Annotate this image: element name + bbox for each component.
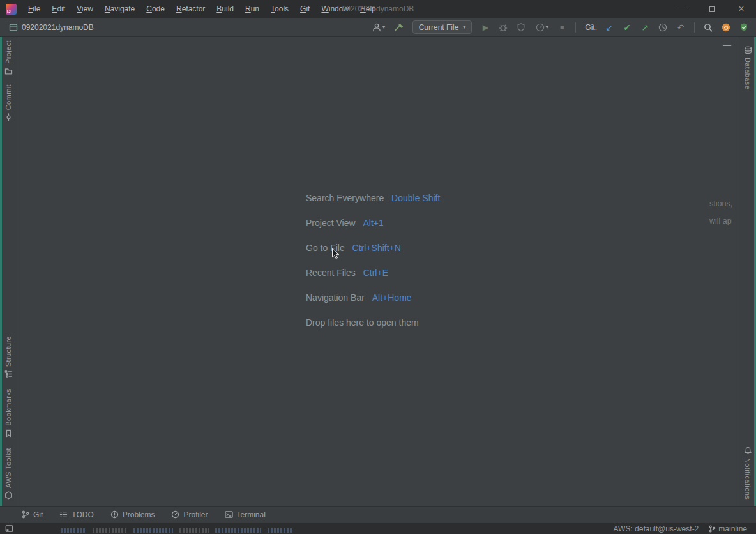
shortcut-keys-link[interactable]: Double Shift xyxy=(391,193,440,203)
tool-button-terminal[interactable]: Terminal xyxy=(225,510,266,519)
menu-git[interactable]: Git xyxy=(295,2,315,16)
update-orange-icon xyxy=(721,22,731,33)
hammer-icon xyxy=(394,22,404,33)
shortcut-keys-link[interactable]: Alt+Home xyxy=(372,293,412,303)
clock-icon xyxy=(658,22,668,33)
git-branch-icon xyxy=(22,510,29,519)
tool-button-commit[interactable]: Commit xyxy=(4,84,13,121)
right-tool-stripe: Database Notifications xyxy=(739,37,756,506)
trusted-project-button[interactable] xyxy=(737,20,751,34)
bell-icon xyxy=(744,446,752,455)
bookmark-icon xyxy=(4,429,13,438)
tool-button-label: Database xyxy=(744,57,752,89)
tool-button-profiler[interactable]: Profiler xyxy=(171,510,208,519)
menu-refactor[interactable]: Refactor xyxy=(171,2,210,16)
tool-button-todo[interactable]: TODO xyxy=(59,510,93,519)
tool-button-git[interactable]: Git xyxy=(22,510,43,519)
run-configuration-dropdown[interactable]: Current File ▾ xyxy=(412,20,472,34)
tool-button-label: Project xyxy=(4,40,12,64)
git-branch-widget[interactable]: mainline xyxy=(709,524,747,533)
close-button[interactable]: × xyxy=(727,0,756,18)
git-branch-label: mainline xyxy=(718,524,747,533)
menu-file[interactable]: File xyxy=(23,2,45,16)
menu-view[interactable]: View xyxy=(72,2,98,16)
shortcut-row: Search Everywhere Double Shift xyxy=(306,192,440,205)
shortcut-keys-link[interactable]: Ctrl+E xyxy=(363,268,388,278)
play-icon: ▶ xyxy=(483,24,488,31)
tool-button-aws-toolkit[interactable]: AWS Toolkit xyxy=(4,448,13,500)
shortcut-action: Project View xyxy=(306,218,356,228)
project-window-icon xyxy=(9,23,18,32)
shortcut-row: Go to File Ctrl+Shift+N xyxy=(306,241,440,255)
tool-button-label: Bookmarks xyxy=(4,388,12,426)
git-update-button[interactable]: ↙ xyxy=(602,20,616,34)
unreadable-text-artifact xyxy=(179,528,209,533)
search-icon xyxy=(703,22,713,33)
menu-build[interactable]: Build xyxy=(211,2,239,16)
menu-code[interactable]: Code xyxy=(141,2,170,16)
stop-button[interactable]: ■ xyxy=(555,20,569,34)
maximize-button[interactable] xyxy=(697,0,727,18)
shortcut-action: Navigation Bar xyxy=(306,293,365,303)
git-history-button[interactable] xyxy=(656,20,670,34)
tool-button-problems[interactable]: Problems xyxy=(110,510,155,519)
tool-button-label: Commit xyxy=(4,84,12,110)
main-area: Project Commit Structure Bookmarks AWS T… xyxy=(0,37,756,506)
tool-button-project[interactable]: Project xyxy=(4,40,13,75)
run-button[interactable]: ▶ xyxy=(478,20,492,34)
coverage-shield-icon xyxy=(516,22,526,33)
menu-edit[interactable]: Edit xyxy=(47,2,70,16)
tool-button-notifications[interactable]: Notifications xyxy=(744,446,752,500)
unreadable-text-artifact xyxy=(61,528,86,533)
user-account-button[interactable]: ▾ xyxy=(369,20,388,34)
build-button[interactable] xyxy=(392,20,406,34)
toolbar-separator xyxy=(694,22,695,33)
shortcut-keys-link[interactable]: Ctrl+Shift+N xyxy=(352,243,401,253)
chevron-down-icon: ▾ xyxy=(546,24,548,30)
git-widget-label: Git: xyxy=(585,23,597,32)
minimize-button[interactable]: — xyxy=(668,0,697,18)
profiler-gauge-icon xyxy=(171,510,179,519)
push-arrow-icon: ↗ xyxy=(641,23,649,32)
notification-fragment-line: stions, xyxy=(709,195,739,213)
unreadable-text-artifact xyxy=(215,528,261,533)
todo-list-icon xyxy=(59,510,68,519)
commit-check-icon: ✓ xyxy=(623,23,631,32)
menu-navigate[interactable]: Navigate xyxy=(100,2,140,16)
database-icon xyxy=(744,46,752,54)
problems-icon xyxy=(110,510,119,519)
tool-button-database[interactable]: Database xyxy=(744,46,752,89)
tool-button-structure[interactable]: Structure xyxy=(4,336,13,378)
git-commit-button[interactable]: ✓ xyxy=(620,20,634,34)
aws-connection-widget[interactable]: AWS: default@us-west-2 xyxy=(614,524,699,533)
tool-button-label: Notifications xyxy=(744,458,752,500)
shortcut-keys-link[interactable]: Alt+1 xyxy=(363,218,383,228)
shortcut-row: Recent Files Ctrl+E xyxy=(306,266,440,280)
tool-button-label: Structure xyxy=(4,336,12,367)
debug-button[interactable] xyxy=(496,20,510,34)
git-rollback-button[interactable]: ↶ xyxy=(674,20,688,34)
menu-tools[interactable]: Tools xyxy=(266,2,294,16)
undo-arrow-icon: ↶ xyxy=(677,23,684,32)
menu-bar: File Edit View Navigate Code Refactor Bu… xyxy=(23,2,381,16)
bug-icon xyxy=(498,22,508,33)
intellij-logo-icon: IJ xyxy=(6,4,17,15)
hide-panel-button[interactable]: — xyxy=(723,40,731,50)
menu-run[interactable]: Run xyxy=(240,2,264,16)
tool-button-bookmarks[interactable]: Bookmarks xyxy=(4,388,13,438)
tool-windows-toggle-icon[interactable] xyxy=(5,524,13,533)
empty-editor-shortcuts: Search Everywhere Double Shift Project V… xyxy=(306,192,440,341)
profiler-button[interactable]: ▾ xyxy=(532,20,551,34)
user-icon xyxy=(372,22,382,33)
pull-arrow-icon: ↙ xyxy=(605,23,613,32)
title-bar: IJ File Edit View Navigate Code Refactor… xyxy=(0,0,756,18)
run-with-coverage-button[interactable] xyxy=(514,20,528,34)
profiler-gauge-icon xyxy=(535,22,545,33)
unreadable-text-artifact xyxy=(268,528,292,533)
git-push-button[interactable]: ↗ xyxy=(638,20,652,34)
project-selector[interactable]: 09202021dynamoDB xyxy=(5,21,98,34)
stop-icon: ■ xyxy=(560,24,564,31)
search-everywhere-button[interactable] xyxy=(701,20,715,34)
update-available-button[interactable] xyxy=(719,20,733,34)
run-configuration-label: Current File xyxy=(419,23,459,32)
